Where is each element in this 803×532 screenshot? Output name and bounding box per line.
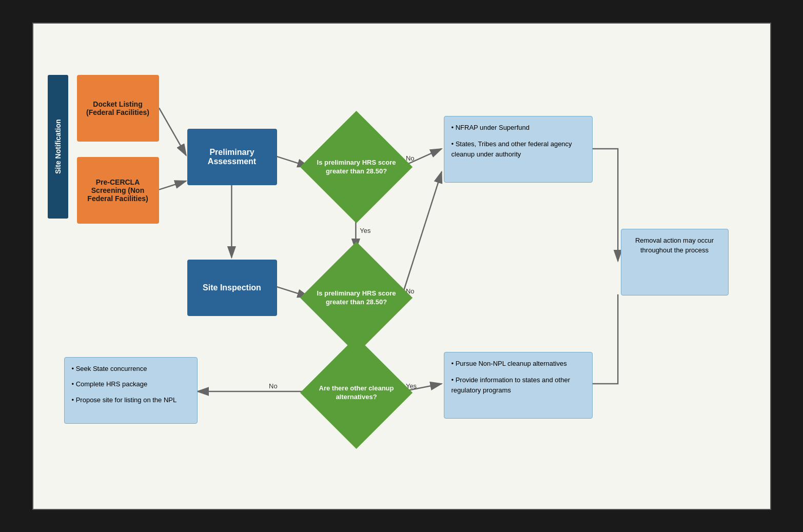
diamond-3-container: Are there other cleanup alternatives? — [310, 347, 403, 439]
nfrap-line-2: States, Tribes and other federal agency … — [452, 139, 585, 159]
svg-text:No: No — [405, 154, 414, 162]
pre-cercla-box: Pre-CERCLA Screening (Non Federal Facili… — [77, 157, 159, 224]
svg-line-1 — [159, 108, 186, 155]
nfrap-line-1: NFRAP under Superfund — [452, 123, 585, 133]
diamond-1: Is preliminary HRS score greater than 28… — [310, 121, 403, 213]
diamond-1-container: Is preliminary HRS score greater than 28… — [310, 121, 403, 213]
non-npl-line-1: Pursue Non-NPL cleanup alternatives — [452, 359, 585, 369]
svg-line-8 — [402, 171, 442, 297]
diamond-2: Is preliminary HRS score greater than 28… — [310, 252, 403, 344]
seek-state-line-1: Seek State concurrence — [72, 364, 190, 374]
svg-text:Yes: Yes — [360, 227, 370, 234]
diamond-3: Are there other cleanup alternatives? — [310, 347, 403, 439]
svg-text:No: No — [269, 382, 278, 389]
removal-action-box: Removal action may occur throughout the … — [621, 229, 729, 295]
preliminary-assessment-box: Preliminary Assessment — [187, 129, 277, 185]
seek-state-line-3: Propose site for listing on the NPL — [72, 395, 190, 405]
non-npl-line-2: Provide information to states and other … — [452, 375, 585, 395]
diamond-2-container: Is preliminary HRS score greater than 28… — [310, 252, 403, 344]
site-inspection-box: Site Inspection — [187, 260, 277, 316]
docket-listing-box: Docket Listing (Federal Facilities) — [77, 75, 159, 142]
svg-line-2 — [159, 181, 186, 189]
diagram-container: No Yes No Yes No Yes Site Notification D… — [32, 23, 771, 510]
nfrap-box: NFRAP under Superfund States, Tribes and… — [444, 116, 593, 183]
non-npl-box: Pursue Non-NPL cleanup alternatives Prov… — [444, 352, 593, 419]
seek-state-box: Seek State concurrence Complete HRS pack… — [64, 357, 198, 424]
site-notification-label: Site Notification — [48, 75, 68, 219]
seek-state-line-2: Complete HRS package — [72, 379, 190, 389]
